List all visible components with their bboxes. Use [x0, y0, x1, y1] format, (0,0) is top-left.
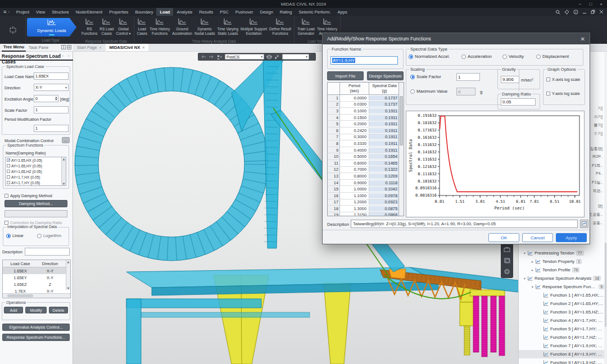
tree-expander-icon[interactable]: ▾ [522, 276, 527, 281]
menu-item-analysis[interactable]: Analysis [173, 8, 196, 16]
load-case-row[interactable]: 1.65EZZ [3, 281, 70, 288]
function-name-input[interactable]: AY=1.9,HY [330, 56, 398, 65]
ribbon-item-multiple-support-excitation[interactable]: Multiple SupportExcitation [239, 18, 268, 35]
spectrum-function-item[interactable]: AY=1.65,HX (0.05) [6, 157, 66, 163]
function-checkbox[interactable] [7, 181, 10, 184]
spectrum-table-row[interactable]: 171.20000.0923 [328, 199, 404, 206]
snap-icon[interactable] [274, 54, 280, 60]
interpolation-logarithm-radio[interactable]: Logarithm [37, 233, 61, 238]
menu-item-apps[interactable]: Apps [334, 8, 351, 16]
spectrum-function-item[interactable]: AY=1.7,HY (0.05) [6, 180, 66, 185]
damping-method-button[interactable]: Damping Method... [4, 200, 67, 207]
function-checkbox[interactable] [7, 164, 10, 167]
function-checkbox[interactable] [7, 158, 10, 162]
modify-button[interactable]: Modify [25, 307, 47, 313]
menu-item-boundary[interactable]: Boundary [132, 8, 156, 16]
bounding-box-icon[interactable] [504, 256, 510, 266]
user-view-icon[interactable] [216, 54, 223, 60]
render-mode-icon[interactable] [266, 54, 272, 60]
doc-tab-start-page[interactable]: Start Page× [73, 44, 106, 51]
tree-expander-icon[interactable]: ▾ [522, 251, 527, 256]
load-case-name-input[interactable]: 1.65EX [34, 72, 69, 80]
spectrum-function-item[interactable]: AY=1.65,HZ (0.05) [6, 169, 66, 174]
spectrum-table-row[interactable]: 140.90000.1118 [328, 180, 404, 186]
scale-factor-input[interactable]: 1 [34, 106, 69, 113]
damping-ratio-input[interactable]: 0.05 [501, 98, 536, 106]
spectral-data-type-displacement[interactable]: Displacement [536, 54, 569, 59]
ribbon-item-global-control[interactable]: GlobalControl ▾ [115, 18, 132, 35]
snapshot-icon[interactable] [504, 244, 510, 254]
apply-button[interactable]: Apply [556, 233, 587, 242]
ribbon-item-load-cases[interactable]: LoadCases [136, 18, 148, 35]
tree-item-function-6[interactable]: Function 6 [ AY=1.7,HZ; Normalized... [519, 333, 604, 342]
tab-close-icon[interactable]: × [99, 46, 101, 49]
search-icon[interactable] [555, 10, 560, 15]
menu-item-properties[interactable]: Properties [106, 8, 132, 16]
window-minimize-icon[interactable]: − [579, 2, 582, 7]
spectrum-table-row[interactable]: 90.40000.1911 [328, 147, 404, 154]
minimize-icon[interactable] [582, 10, 587, 14]
pager-arrows-icon[interactable]: ‹ › [62, 54, 71, 58]
restore-icon[interactable] [591, 10, 595, 14]
dialog-close-icon[interactable]: ✕ [581, 36, 585, 42]
spectrum-table-row[interactable]: 161.10000.0978 [328, 193, 404, 199]
spectrum-table-row[interactable]: 110.60000.1465 [328, 160, 404, 167]
window-maximize-icon[interactable]: □ [589, 2, 592, 7]
menu-item-load[interactable]: Load [156, 8, 173, 16]
menu-item-rating[interactable]: Rating [277, 8, 296, 16]
scale-factor-radio[interactable]: Scale Factor [410, 74, 441, 79]
x-axis-log-scale-checkbox[interactable]: X-axis log scale [546, 77, 580, 82]
tree-item-function-5[interactable]: Function 5 [ AY=1.7,HY; Normalized... [519, 325, 604, 333]
load-case-table-vscrollbar[interactable]: ▲▼ [66, 260, 70, 290]
tree-item-function-8[interactable]: Function 8 [ AY=1.9,HY; Normalized... [519, 350, 604, 358]
eigenvalue-analysis-control-button[interactable]: Eigenvalue Analysis Control... [2, 324, 70, 331]
doc-tab-midas-civil-nx[interactable]: MIDAS/Civil NX× [106, 44, 149, 51]
spectrum-functions-scrollbar[interactable]: ▲▼ [61, 157, 66, 185]
add-button[interactable]: Add [4, 307, 23, 313]
menu-item-project[interactable]: Project [13, 8, 33, 16]
info-icon[interactable] [573, 10, 578, 15]
ribbon-item-rs-functions[interactable]: RSFunctions [80, 18, 98, 35]
spectrum-table-row[interactable]: 151.00000.1042 [328, 186, 404, 193]
pin-icon[interactable] [564, 10, 569, 15]
menu-item-results[interactable]: Results [196, 8, 216, 16]
spectrum-data-table[interactable]: Period(sec) Spectral Data(g) 10.00000.17… [327, 82, 404, 216]
menu-item-design[interactable]: Design [256, 8, 276, 16]
main-menu-icon[interactable]: ≡ · [0, 9, 13, 15]
spectrum-table-scrollbar[interactable] [398, 83, 404, 216]
import-file-button[interactable]: Import File [327, 71, 364, 80]
function-checkbox[interactable] [7, 170, 10, 173]
tab-task-pane[interactable]: Task Pane [27, 44, 50, 52]
direction-select[interactable]: X-Y▾ [34, 84, 69, 91]
redo-icon[interactable] [209, 54, 214, 59]
coordinate-system-select[interactable]: PostCS▾ [225, 54, 264, 60]
dynamic-loads-button[interactable]: Dynamic Loads [27, 18, 76, 37]
spectrum-table-row[interactable]: 100.50000.1654 [328, 153, 404, 160]
y-axis-log-scale-checkbox[interactable]: Y-axis log scale [546, 91, 580, 96]
excitation-angle-stepper[interactable] [54, 95, 58, 102]
load-case-table[interactable]: Load CaseDirection1.65EXX-Y1.65EYX-Y1.65… [2, 260, 71, 298]
undo-icon[interactable] [201, 54, 206, 59]
menu-item-psc[interactable]: PSC [216, 8, 232, 16]
spectral-data-type-velocity[interactable]: Velocity [502, 54, 524, 59]
layout-grid-icon[interactable] [67, 45, 71, 51]
tree-item-response-spectrum-functions[interactable]: ▾Response Spectrum Functions9 [519, 283, 604, 291]
load-case-table-hscrollbar[interactable] [3, 293, 70, 298]
cancel-button[interactable]: Cancel [522, 233, 553, 242]
layout-split-icon[interactable] [61, 45, 66, 51]
menu-item-structure[interactable]: Structure [48, 8, 72, 16]
response-spectrum-functions-button[interactable]: Response Spectrum Functions... [2, 334, 70, 341]
window-close-icon[interactable]: × [600, 2, 603, 7]
ribbon-item-define-result-functions[interactable]: Define ResultFunctions [268, 18, 292, 35]
ok-button[interactable]: OK [488, 233, 519, 242]
tab-tree-menu[interactable]: Tree Menu [2, 44, 26, 52]
delete-button[interactable]: Delete [49, 307, 68, 313]
ribbon-item-time-varying-static-loads[interactable]: Time VaryingStatic Loads [216, 18, 239, 35]
spectral-data-type-acceleration[interactable]: Acceleration [461, 54, 492, 59]
spectrum-table-row[interactable]: 40.15000.1911 [328, 115, 404, 121]
tree-item-response-spectrum-analysis[interactable]: ▾Response Spectrum Analysis18 [519, 274, 604, 283]
dialog-titlebar[interactable]: Add/Modify/Show Response Spectrum Functi… [323, 33, 590, 44]
spectrum-table-row[interactable]: 30.10000.1911 [328, 108, 404, 115]
spectrum-table-row[interactable]: 10.00000.1737 [328, 95, 404, 102]
tree-scrollbar[interactable] [604, 52, 607, 364]
